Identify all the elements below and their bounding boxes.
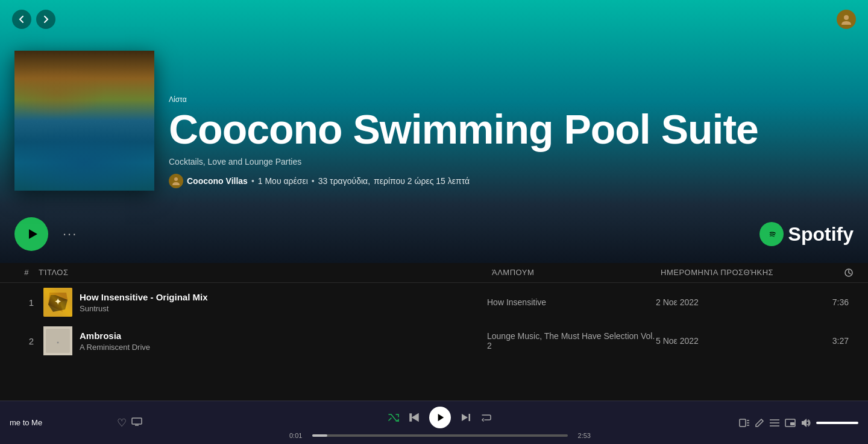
track-artist-1: Suntrust [80, 304, 208, 313]
playlist-meta: Coocono Villas • 1 Μου αρέσει • 33 τραγο… [169, 174, 854, 188]
queue-button[interactable] [739, 418, 750, 428]
next-button[interactable] [461, 413, 471, 422]
player-buttons [388, 407, 492, 428]
svg-rect-19 [790, 422, 794, 425]
controls-bar: ··· Spotify [0, 205, 868, 263]
songs-count: 33 τραγούδια, [318, 176, 370, 186]
track-album-1: How Insensitive [487, 297, 656, 307]
svg-text:▪: ▪ [57, 339, 59, 346]
col-header-num: # [14, 268, 39, 278]
track-thumb-1: ✦ [43, 288, 72, 317]
track-date-2: 5 Νοε 2022 [656, 336, 800, 346]
prev-button[interactable] [409, 413, 420, 422]
svg-point-0 [844, 15, 849, 20]
table-row[interactable]: 1 ✦ How Insensitive - Original Mix Suntr… [5, 283, 863, 322]
now-playing-title: me to Me [10, 418, 112, 427]
owner-avatar [169, 174, 183, 188]
track-text-1: How Insensitive - Original Mix Suntrust [80, 292, 208, 313]
svg-rect-4 [43, 288, 72, 317]
playlist-description: Cocktails, Love and Lounge Parties [169, 157, 854, 166]
svg-point-1 [174, 177, 178, 181]
progress-track[interactable] [312, 434, 568, 437]
nav-buttons [12, 10, 55, 29]
shuffle-button[interactable] [388, 413, 399, 422]
main-play-button[interactable] [14, 217, 48, 251]
right-controls [738, 418, 858, 428]
svg-marker-15 [462, 414, 468, 421]
svg-text:✦: ✦ [54, 297, 61, 306]
svg-marker-5 [48, 293, 68, 312]
track-num-2: 2 [19, 336, 43, 346]
track-thumb-2: ▪ [43, 326, 72, 355]
pencil-button[interactable] [755, 418, 764, 428]
track-artist-2: A Reminiscent Drive [80, 343, 150, 352]
track-date-1: 2 Νοε 2022 [656, 297, 800, 307]
svg-rect-11 [132, 418, 142, 424]
owner-link[interactable]: Coocono Villas [187, 176, 248, 186]
like-button[interactable]: ♡ [117, 416, 127, 430]
svg-marker-12 [412, 414, 418, 421]
pip-button[interactable] [785, 419, 796, 427]
total-time: 2:53 [573, 432, 591, 439]
playlist-type-label: Λίστα [169, 95, 854, 104]
table-row[interactable]: 2 ▪ Ambrosia A Reminiscent Drive Lounge … [5, 322, 863, 360]
likes-count: 1 Μου αρέσει [258, 176, 308, 186]
table-header: # Τίτλος Άλμπουμ Ημερομηνία προσθήκης [0, 263, 868, 283]
spotify-text: Spotify [788, 223, 854, 246]
playlist-cover [14, 51, 154, 191]
playlist-info: Λίστα Coocono Swimming Pool Suite Cockta… [169, 95, 854, 191]
svg-marker-14 [438, 413, 444, 420]
current-time: 0:01 [289, 432, 307, 439]
now-playing-bar: me to Me ♡ [0, 401, 868, 444]
svg-rect-13 [410, 414, 412, 421]
forward-button[interactable] [36, 10, 55, 29]
svg-marker-2 [29, 229, 37, 239]
playlist-title: Coocono Swimming Pool Suite [169, 109, 854, 150]
svg-rect-17 [740, 419, 746, 427]
track-info-2: ▪ Ambrosia A Reminiscent Drive [43, 326, 487, 355]
more-options-button[interactable]: ··· [63, 226, 77, 242]
col-header-date: Ημερομηνία προσθήκης [661, 268, 805, 278]
now-playing-info: me to Me ♡ [10, 416, 142, 430]
duration-text: περίπου 2 ώρες 15 λεπτά [374, 176, 470, 186]
meta-dot-2: • [312, 176, 315, 186]
track-name-1: How Insensitive - Original Mix [80, 292, 208, 302]
now-playing-text: me to Me [10, 418, 112, 427]
track-duration-2: 3:27 [800, 336, 849, 346]
col-header-title: Τίτλος [39, 268, 492, 278]
repeat-button[interactable] [481, 413, 492, 422]
list-button[interactable] [769, 419, 780, 427]
spotify-logo: Spotify [760, 222, 854, 246]
svg-marker-6 [48, 295, 68, 312]
svg-rect-16 [469, 414, 471, 421]
screen-button[interactable] [131, 417, 142, 428]
volume-slider[interactable] [816, 422, 858, 424]
track-name-2: Ambrosia [80, 331, 150, 341]
nav-bar [0, 0, 868, 39]
col-header-duration [805, 268, 854, 278]
track-duration-1: 7:36 [800, 297, 849, 307]
volume-button[interactable] [800, 418, 811, 428]
track-info-1: ✦ How Insensitive - Original Mix Suntrus… [43, 288, 487, 317]
progress-fill [312, 434, 327, 437]
track-text-2: Ambrosia A Reminiscent Drive [80, 331, 150, 352]
play-pause-button[interactable] [429, 407, 451, 428]
user-avatar[interactable] [837, 10, 856, 29]
col-header-album: Άλμπουμ [492, 268, 661, 278]
player-controls: 0:01 2:53 [152, 407, 728, 439]
progress-bar-container: 0:01 2:53 [289, 432, 591, 439]
track-num-1: 1 [19, 297, 43, 308]
spotify-icon [760, 222, 784, 246]
back-button[interactable] [12, 10, 31, 29]
meta-dot-1: • [251, 176, 254, 186]
track-album-2: Lounge Music, The Must Have Selection Vo… [487, 331, 656, 350]
